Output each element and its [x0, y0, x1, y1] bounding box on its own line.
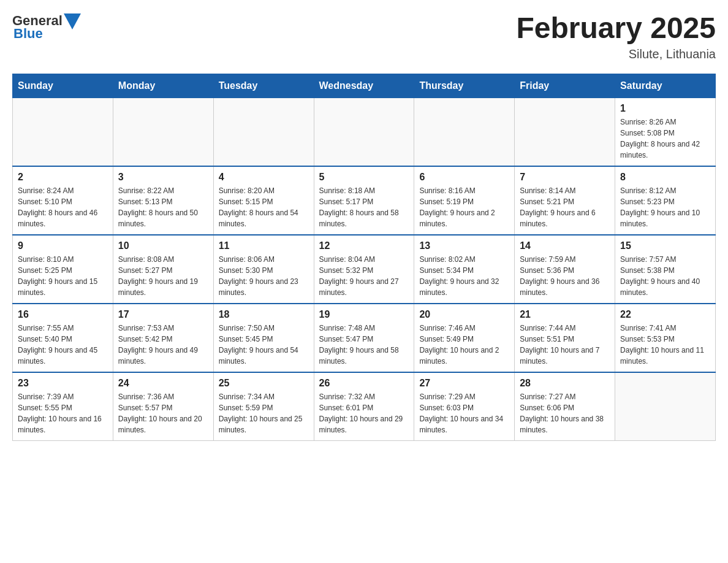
day-info-2-4: Sunrise: 8:02 AM Sunset: 5:34 PM Dayligh…: [419, 254, 509, 298]
cell-2-4: 13Sunrise: 8:02 AM Sunset: 5:34 PM Dayli…: [414, 235, 515, 304]
day-number-2-5: 14: [520, 240, 610, 251]
col-monday: Monday: [113, 74, 213, 98]
day-info-1-2: Sunrise: 8:20 AM Sunset: 5:15 PM Dayligh…: [219, 185, 309, 229]
cell-4-6: [615, 372, 716, 441]
cell-3-1: 17Sunrise: 7:53 AM Sunset: 5:42 PM Dayli…: [113, 304, 213, 372]
cell-0-5: [515, 98, 615, 166]
day-info-4-0: Sunrise: 7:39 AM Sunset: 5:55 PM Dayligh…: [18, 391, 108, 435]
day-info-4-1: Sunrise: 7:36 AM Sunset: 5:57 PM Dayligh…: [118, 391, 208, 435]
day-info-2-2: Sunrise: 8:06 AM Sunset: 5:30 PM Dayligh…: [219, 254, 309, 298]
day-info-3-2: Sunrise: 7:50 AM Sunset: 5:45 PM Dayligh…: [219, 323, 309, 367]
logo: General Blue: [12, 12, 81, 42]
day-number-1-1: 3: [118, 172, 208, 183]
week-row-2: 9Sunrise: 8:10 AM Sunset: 5:25 PM Daylig…: [13, 235, 716, 304]
cell-3-4: 20Sunrise: 7:46 AM Sunset: 5:49 PM Dayli…: [414, 304, 515, 372]
col-tuesday: Tuesday: [213, 74, 314, 98]
day-info-3-0: Sunrise: 7:55 AM Sunset: 5:40 PM Dayligh…: [18, 323, 108, 367]
cell-4-3: 26Sunrise: 7:32 AM Sunset: 6:01 PM Dayli…: [314, 372, 414, 441]
day-info-1-5: Sunrise: 8:14 AM Sunset: 5:21 PM Dayligh…: [520, 185, 610, 229]
cell-2-2: 11Sunrise: 8:06 AM Sunset: 5:30 PM Dayli…: [213, 235, 314, 304]
cell-3-2: 18Sunrise: 7:50 AM Sunset: 5:45 PM Dayli…: [213, 304, 314, 372]
day-info-2-5: Sunrise: 7:59 AM Sunset: 5:36 PM Dayligh…: [520, 254, 610, 298]
day-number-1-5: 7: [520, 172, 610, 183]
day-number-4-1: 24: [118, 378, 208, 389]
week-row-3: 16Sunrise: 7:55 AM Sunset: 5:40 PM Dayli…: [13, 304, 716, 372]
day-info-3-4: Sunrise: 7:46 AM Sunset: 5:49 PM Dayligh…: [419, 323, 509, 367]
day-info-2-3: Sunrise: 8:04 AM Sunset: 5:32 PM Dayligh…: [319, 254, 409, 298]
cell-2-5: 14Sunrise: 7:59 AM Sunset: 5:36 PM Dayli…: [515, 235, 615, 304]
cell-2-6: 15Sunrise: 7:57 AM Sunset: 5:38 PM Dayli…: [615, 235, 716, 304]
weekday-header-row: Sunday Monday Tuesday Wednesday Thursday…: [13, 74, 716, 98]
cell-1-5: 7Sunrise: 8:14 AM Sunset: 5:21 PM Daylig…: [515, 166, 615, 235]
day-info-0-6: Sunrise: 8:26 AM Sunset: 5:08 PM Dayligh…: [620, 117, 710, 161]
day-number-4-3: 26: [319, 378, 409, 389]
logo-triangle-icon: [64, 13, 81, 29]
cell-3-0: 16Sunrise: 7:55 AM Sunset: 5:40 PM Dayli…: [13, 304, 113, 372]
day-number-1-0: 2: [18, 172, 108, 183]
day-number-3-3: 19: [319, 309, 409, 320]
week-row-4: 23Sunrise: 7:39 AM Sunset: 5:55 PM Dayli…: [13, 372, 716, 441]
calendar-subtitle: Silute, Lithuania: [516, 47, 716, 61]
cell-1-2: 4Sunrise: 8:20 AM Sunset: 5:15 PM Daylig…: [213, 166, 314, 235]
day-info-1-6: Sunrise: 8:12 AM Sunset: 5:23 PM Dayligh…: [620, 185, 710, 229]
page-header: General Blue February 2025 Silute, Lithu…: [12, 12, 716, 61]
calendar-title: February 2025: [516, 12, 716, 45]
day-number-4-0: 23: [18, 378, 108, 389]
day-info-1-0: Sunrise: 8:24 AM Sunset: 5:10 PM Dayligh…: [18, 185, 108, 229]
cell-3-6: 22Sunrise: 7:41 AM Sunset: 5:53 PM Dayli…: [615, 304, 716, 372]
cell-2-3: 12Sunrise: 8:04 AM Sunset: 5:32 PM Dayli…: [314, 235, 414, 304]
cell-1-6: 8Sunrise: 8:12 AM Sunset: 5:23 PM Daylig…: [615, 166, 716, 235]
cell-0-0: [13, 98, 113, 166]
day-number-2-4: 13: [419, 240, 509, 251]
day-number-4-5: 28: [520, 378, 610, 389]
cell-0-2: [213, 98, 314, 166]
day-number-3-1: 17: [118, 309, 208, 320]
week-row-1: 2Sunrise: 8:24 AM Sunset: 5:10 PM Daylig…: [13, 166, 716, 235]
cell-1-3: 5Sunrise: 8:18 AM Sunset: 5:17 PM Daylig…: [314, 166, 414, 235]
cell-3-5: 21Sunrise: 7:44 AM Sunset: 5:51 PM Dayli…: [515, 304, 615, 372]
svg-marker-0: [64, 13, 81, 29]
day-number-1-3: 5: [319, 172, 409, 183]
day-number-1-6: 8: [620, 172, 710, 183]
day-info-1-4: Sunrise: 8:16 AM Sunset: 5:19 PM Dayligh…: [419, 185, 509, 229]
title-block: February 2025 Silute, Lithuania: [516, 12, 716, 61]
day-info-1-1: Sunrise: 8:22 AM Sunset: 5:13 PM Dayligh…: [118, 185, 208, 229]
day-number-0-6: 1: [620, 103, 710, 114]
day-number-4-4: 27: [419, 378, 509, 389]
cell-1-4: 6Sunrise: 8:16 AM Sunset: 5:19 PM Daylig…: [414, 166, 515, 235]
calendar-table: Sunday Monday Tuesday Wednesday Thursday…: [12, 74, 716, 441]
cell-4-1: 24Sunrise: 7:36 AM Sunset: 5:57 PM Dayli…: [113, 372, 213, 441]
cell-1-0: 2Sunrise: 8:24 AM Sunset: 5:10 PM Daylig…: [13, 166, 113, 235]
day-info-4-4: Sunrise: 7:29 AM Sunset: 6:03 PM Dayligh…: [419, 391, 509, 435]
day-number-2-3: 12: [319, 240, 409, 251]
day-number-3-6: 22: [620, 309, 710, 320]
day-number-3-4: 20: [419, 309, 509, 320]
day-info-2-0: Sunrise: 8:10 AM Sunset: 5:25 PM Dayligh…: [18, 254, 108, 298]
day-number-2-6: 15: [620, 240, 710, 251]
col-wednesday: Wednesday: [314, 74, 414, 98]
day-number-1-4: 6: [419, 172, 509, 183]
day-number-1-2: 4: [219, 172, 309, 183]
cell-4-2: 25Sunrise: 7:34 AM Sunset: 5:59 PM Dayli…: [213, 372, 314, 441]
day-info-3-3: Sunrise: 7:48 AM Sunset: 5:47 PM Dayligh…: [319, 323, 409, 367]
day-info-3-6: Sunrise: 7:41 AM Sunset: 5:53 PM Dayligh…: [620, 323, 710, 367]
cell-0-6: 1Sunrise: 8:26 AM Sunset: 5:08 PM Daylig…: [615, 98, 716, 166]
col-saturday: Saturday: [615, 74, 716, 98]
cell-4-0: 23Sunrise: 7:39 AM Sunset: 5:55 PM Dayli…: [13, 372, 113, 441]
cell-2-1: 10Sunrise: 8:08 AM Sunset: 5:27 PM Dayli…: [113, 235, 213, 304]
cell-4-5: 28Sunrise: 7:27 AM Sunset: 6:06 PM Dayli…: [515, 372, 615, 441]
day-number-2-1: 10: [118, 240, 208, 251]
cell-2-0: 9Sunrise: 8:10 AM Sunset: 5:25 PM Daylig…: [13, 235, 113, 304]
day-number-2-0: 9: [18, 240, 108, 251]
cell-4-4: 27Sunrise: 7:29 AM Sunset: 6:03 PM Dayli…: [414, 372, 515, 441]
day-number-4-2: 25: [219, 378, 309, 389]
cell-3-3: 19Sunrise: 7:48 AM Sunset: 5:47 PM Dayli…: [314, 304, 414, 372]
day-number-3-5: 21: [520, 309, 610, 320]
day-info-4-3: Sunrise: 7:32 AM Sunset: 6:01 PM Dayligh…: [319, 391, 409, 435]
day-number-3-2: 18: [219, 309, 309, 320]
day-number-3-0: 16: [18, 309, 108, 320]
day-info-1-3: Sunrise: 8:18 AM Sunset: 5:17 PM Dayligh…: [319, 185, 409, 229]
week-row-0: 1Sunrise: 8:26 AM Sunset: 5:08 PM Daylig…: [13, 98, 716, 166]
cell-0-4: [414, 98, 515, 166]
day-info-2-6: Sunrise: 7:57 AM Sunset: 5:38 PM Dayligh…: [620, 254, 710, 298]
